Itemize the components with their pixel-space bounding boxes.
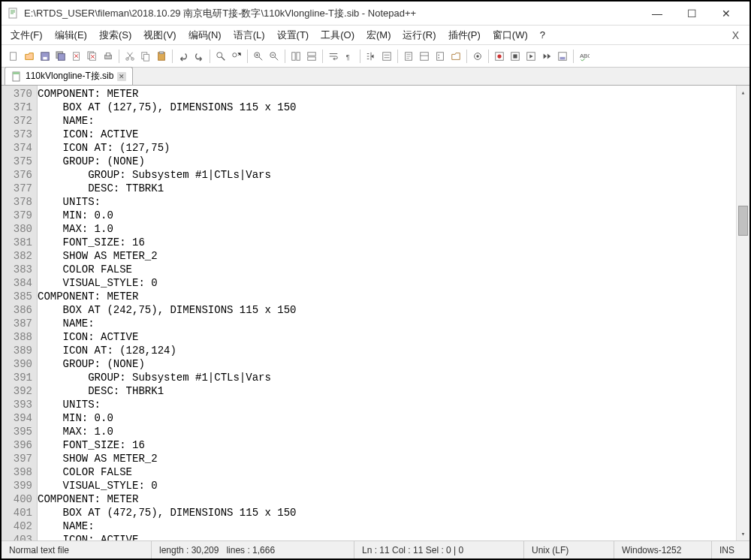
menu-edit[interactable]: 编辑(E) [49,27,93,44]
code-line[interactable]: SHOW AS METER_2 [38,452,736,465]
find-icon[interactable] [213,49,228,64]
code-line[interactable]: BOX AT (242,75), DIMENSIONS 115 x 150 [38,303,736,317]
code-line[interactable]: NAME: [38,519,736,533]
copy-icon[interactable] [138,49,153,64]
code-line[interactable]: DESC: THBRK1 [38,384,736,398]
code-line[interactable]: SHOW AS METER_2 [38,249,736,263]
doc-list-icon[interactable] [417,49,432,64]
code-line[interactable]: BOX AT (472,75), DIMENSIONS 115 x 150 [38,506,736,519]
cut-icon[interactable] [122,49,137,64]
record-macro-icon[interactable] [492,49,507,64]
code-line[interactable]: VISUAL_STYLE: 0 [38,479,736,492]
scroll-up-arrow[interactable]: ▴ [737,86,749,99]
tab-file-0[interactable]: 110kVlongline-T接.sib ✕ [5,67,133,85]
scroll-down-arrow[interactable]: ▾ [737,527,749,540]
play-multi-icon[interactable] [539,49,554,64]
line-number: 396 [3,438,32,452]
code-line[interactable]: GROUP: Subsystem #1|CTLs|Vars [38,168,736,182]
menu-run[interactable]: 运行(R) [397,27,442,44]
user-lang-icon[interactable] [379,49,394,64]
save-all-icon[interactable] [53,49,68,64]
minimize-button[interactable]: — [640,3,674,24]
code-line[interactable]: GROUP: (NONE) [38,357,736,371]
code-line[interactable]: NAME: [38,114,736,128]
menu-help[interactable]: ? [534,28,551,42]
save-icon[interactable] [38,49,53,64]
code-line[interactable]: FONT_SIZE: 16 [38,438,736,452]
function-list-icon[interactable] [433,49,448,64]
menu-encoding[interactable]: 编码(N) [182,27,228,44]
vertical-scrollbar[interactable]: ▴ ▾ [736,86,749,540]
word-wrap-icon[interactable] [326,49,341,64]
play-macro-icon[interactable] [523,49,538,64]
folder-view-icon[interactable] [448,49,463,64]
undo-icon[interactable] [176,49,191,64]
svg-rect-23 [308,52,316,55]
redo-icon[interactable] [192,49,207,64]
menu-settings[interactable]: 设置(T) [271,27,315,44]
new-file-icon[interactable] [6,49,21,64]
code-line[interactable]: COMPONENT: METER [38,87,736,101]
menu-view[interactable]: 视图(V) [137,27,182,44]
line-number-gutter: 3703713723733743753763773783793803813823… [2,86,38,540]
replace-icon[interactable] [229,49,244,64]
menu-file[interactable]: 文件(F) [5,27,49,44]
code-line[interactable]: UNITS: [38,398,736,411]
spellcheck-icon[interactable]: ABC [577,49,592,64]
close-button[interactable]: ✕ [709,3,743,24]
code-line[interactable]: GROUP: Subsystem #1|CTLs|Vars [38,371,736,384]
save-macro-icon[interactable] [555,49,570,64]
menu-tools[interactable]: 工具(O) [315,27,360,44]
code-line[interactable]: MIN: 0.0 [38,209,736,222]
code-line[interactable]: COMPONENT: METER [38,290,736,303]
code-line[interactable]: VISUAL_STYLE: 0 [38,276,736,290]
menu-search[interactable]: 搜索(S) [93,27,137,44]
code-line[interactable]: UNITS: [38,195,736,209]
code-line[interactable]: ICON AT: (127,75) [38,141,736,155]
code-line[interactable]: ICON: ACTIVE [38,330,736,344]
code-line[interactable]: ICON AT: (128,124) [38,344,736,357]
code-line[interactable]: BOX AT (127,75), DIMENSIONS 115 x 150 [38,101,736,114]
line-number: 388 [3,330,32,344]
titlebar: E:\RTDS_USER\fileman\2018.10.29 南京电研T接-数… [2,2,749,26]
close-file-icon[interactable] [69,49,84,64]
doc-map-icon[interactable] [401,49,416,64]
menu-macro[interactable]: 宏(M) [360,27,397,44]
code-line[interactable]: MAX: 1.0 [38,425,736,438]
code-line[interactable]: ICON: ACTIVE [38,128,736,141]
code-line[interactable]: GROUP: (NONE) [38,155,736,168]
zoom-in-icon[interactable] [251,49,266,64]
scroll-thumb[interactable] [738,206,748,236]
code-line[interactable]: DESC: TTBRK1 [38,182,736,195]
close-all-icon[interactable] [85,49,100,64]
code-line[interactable]: ICON: ACTIVE [38,533,736,540]
paste-icon[interactable] [154,49,169,64]
menu-window[interactable]: 窗口(W) [487,27,534,44]
sync-h-icon[interactable] [304,49,319,64]
code-area[interactable]: COMPONENT: METER BOX AT (127,75), DIMENS… [38,86,736,540]
menu-language[interactable]: 语言(L) [228,27,271,44]
code-line[interactable]: MIN: 0.0 [38,411,736,425]
stop-macro-icon[interactable] [508,49,523,64]
code-line[interactable]: COLOR FALSE [38,465,736,479]
code-line[interactable]: NAME: [38,317,736,330]
zoom-out-icon[interactable] [267,49,282,64]
indent-guide-icon[interactable] [363,49,379,64]
tab-close-icon[interactable]: ✕ [117,72,126,81]
code-line[interactable]: COLOR FALSE [38,263,736,276]
maximize-button[interactable]: ☐ [674,3,709,24]
code-line[interactable]: MAX: 1.0 [38,222,736,236]
status-cursor: Ln : 11 Col : 11 Sel : 0 | 0 [354,541,524,558]
svg-rect-26 [383,52,391,60]
line-number: 377 [3,182,32,195]
code-line[interactable]: FONT_SIZE: 16 [38,236,736,249]
toolbar-sep [360,50,360,63]
open-file-icon[interactable] [22,49,37,64]
code-line[interactable]: COMPONENT: METER [38,492,736,506]
show-all-chars-icon[interactable]: ¶ [342,49,357,64]
monitor-icon[interactable] [470,49,485,64]
menu-plugins[interactable]: 插件(P) [442,27,487,44]
print-icon[interactable] [101,49,116,64]
sync-v-icon[interactable] [288,49,303,64]
menubar-close-x[interactable]: X [725,28,746,43]
